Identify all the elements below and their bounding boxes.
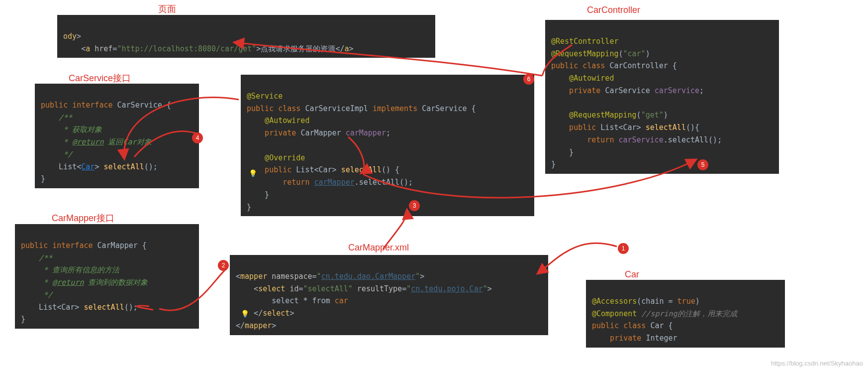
t: ) — [646, 49, 650, 58]
t: } — [247, 203, 251, 212]
t: return — [551, 135, 618, 144]
t: @Component — [592, 309, 641, 318]
t: implements — [373, 104, 422, 113]
t: Integer — [646, 334, 677, 343]
t: private — [551, 86, 605, 95]
t: .selectAll(); — [664, 135, 722, 144]
t: * 获取对象 — [41, 125, 102, 134]
t: @RestController — [551, 37, 618, 46]
t: selectAll — [646, 123, 686, 132]
label-page: 页面 — [158, 3, 176, 15]
t: </ — [236, 321, 245, 330]
code-page: ody> <a href="http://localhost:8080/car/… — [57, 15, 435, 58]
t: CarMapper { — [97, 241, 147, 250]
t: " — [406, 284, 411, 293]
t: > — [272, 321, 276, 330]
t: @Override — [247, 153, 305, 162]
t: } — [41, 174, 45, 183]
badge-1: 1 — [618, 243, 629, 254]
t: " — [317, 272, 321, 281]
t: select — [258, 284, 289, 293]
t: private — [592, 334, 646, 343]
bulb-icon: 💡 — [241, 310, 249, 318]
t: < — [236, 272, 240, 281]
t: .selectAll(); — [355, 178, 413, 187]
t: " — [415, 272, 420, 281]
badge-5: 5 — [697, 159, 708, 170]
t: 点我请求服务器的资源 — [261, 44, 335, 53]
t: 查询到的数据对象 — [84, 278, 148, 287]
label-carmapper: CarMapper接口 — [52, 212, 114, 224]
t: public class — [551, 61, 609, 70]
t: mapper — [245, 321, 272, 330]
t: } — [551, 160, 556, 169]
t: resultType — [357, 284, 402, 293]
t: a — [86, 44, 95, 53]
t: CarController { — [609, 61, 676, 70]
t: carService — [618, 135, 663, 144]
t: carMapper — [346, 128, 386, 137]
t: "http://localhost:8080/car/get" — [117, 44, 256, 53]
t: </ — [236, 309, 263, 318]
label-carmapperxml: CarMapper.xml — [348, 243, 409, 253]
t: select * from — [236, 296, 335, 305]
t: ) — [664, 111, 668, 120]
badge-2: 2 — [218, 260, 229, 271]
watermark: https://blog.csdn.net/Skyhaohao — [771, 360, 863, 367]
t: List<Car> — [296, 165, 341, 174]
t: Car — [81, 162, 95, 171]
code-carmapper: public interface CarMapper { /** * 查询所有信… — [15, 224, 199, 329]
t: selectAll — [341, 165, 382, 174]
t: @Autowired — [551, 74, 614, 83]
t: carService — [655, 86, 699, 95]
t: public interface — [21, 241, 97, 250]
t: CarService — [605, 86, 654, 95]
t: id — [289, 284, 298, 293]
bulb-icon: 💡 — [249, 169, 257, 177]
t: @RequestMapping — [551, 111, 637, 120]
t: CarService { — [117, 101, 171, 110]
t: car — [335, 296, 348, 305]
t: > — [420, 272, 424, 281]
t: (chain = — [637, 297, 677, 306]
badge-6: 6 — [523, 74, 534, 85]
t: true — [677, 297, 695, 306]
code-carmapperxml: <mapper namespace="cn.tedu.dao.CarMapper… — [230, 255, 548, 335]
t: public class — [592, 321, 650, 330]
t: "car" — [623, 49, 646, 58]
t: */ — [21, 290, 52, 299]
t: public interface — [41, 101, 117, 110]
t: @return — [72, 137, 103, 146]
t: selectAll — [84, 303, 124, 312]
t: public class — [247, 104, 305, 113]
t: </ — [335, 44, 344, 53]
t: < — [236, 284, 258, 293]
t: mapper — [240, 272, 272, 281]
t: > — [289, 309, 294, 318]
t: @Autowired — [247, 116, 309, 125]
t: @Accessors — [592, 297, 637, 306]
t: //spring的注解，用来完成 — [641, 309, 737, 318]
t: > — [349, 44, 353, 53]
t: } — [21, 315, 25, 324]
t: @Service — [247, 92, 283, 101]
t: (); — [124, 303, 138, 312]
t: List<Car> — [600, 123, 645, 132]
t: cn.tedu.pojo.Car — [411, 284, 483, 293]
t: List<Car> — [21, 303, 84, 312]
t: (){ — [686, 123, 699, 132]
t: = — [402, 284, 406, 293]
t: selectAll — [103, 162, 144, 171]
t: ; — [386, 128, 390, 137]
code-carserviceimpl: @Service public class CarServiceImpl imp… — [241, 75, 534, 216]
t: public — [551, 123, 600, 132]
t: Car { — [650, 321, 673, 330]
t: ( — [618, 49, 623, 58]
t: * — [21, 278, 52, 287]
label-carcontroller: CarController — [587, 5, 640, 15]
t: < — [81, 44, 86, 53]
t: CarService { — [422, 104, 476, 113]
code-car: @Accessors(chain = true) @Component //sp… — [586, 280, 785, 348]
t: ody — [63, 32, 77, 41]
t: cn.tedu.dao.CarMapper — [321, 272, 416, 281]
